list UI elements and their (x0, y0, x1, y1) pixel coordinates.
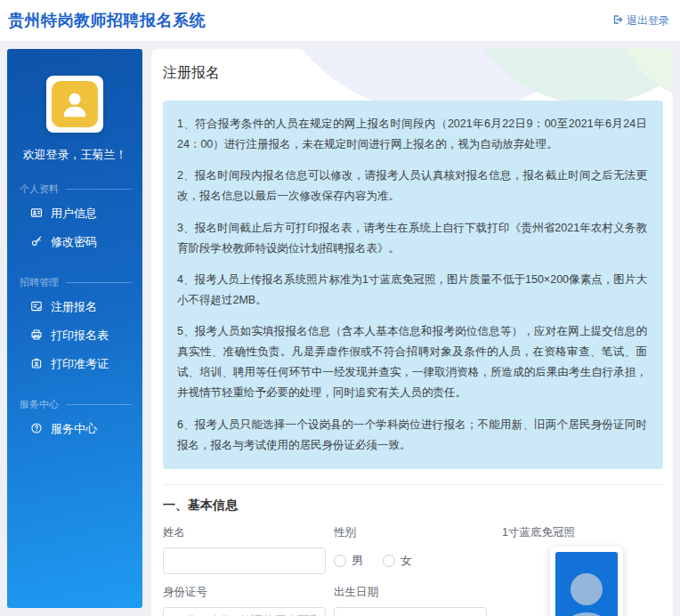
gender-female-label: 女 (401, 553, 412, 569)
notice-item-5: 5、报考人员如实填报报名信息（含本人基本信息和报考岗位信息等），应对在网上提交信… (177, 321, 647, 404)
birth-date-label: 出生日期 (334, 585, 487, 600)
basic-info-form: 姓名 性别 男 女 (163, 525, 663, 616)
question-circle-icon (30, 422, 43, 437)
id-number-label: 身份证号 (163, 585, 326, 600)
sidebar-item-label: 打印报名表 (51, 328, 109, 344)
sidebar-item-label: 用户信息 (51, 206, 97, 222)
notice-item-2: 2、报名时间段内报名信息可以修改，请报考人员认真核对报名信息，报名截止时间之后无… (177, 166, 647, 207)
notice-box: 1、符合报考条件的人员在规定的网上报名时间段内（2021年6月22日9：00至2… (163, 101, 663, 469)
field-gender: 性别 男 女 (334, 525, 487, 574)
sidebar-item-change-password[interactable]: 修改密码 (7, 228, 142, 256)
section-title-basic-info: 一、基本信息 (163, 498, 663, 514)
admission-badge-icon (30, 357, 43, 372)
printer-icon (30, 328, 43, 344)
field-birth-date: 出生日期 (334, 585, 487, 616)
photo-card: 更换 (550, 547, 623, 616)
sidebar-item-register[interactable]: 注册报名 (7, 293, 142, 321)
gender-label: 性别 (334, 525, 487, 540)
field-name: 姓名 (163, 525, 326, 574)
radio-circle-icon (383, 555, 395, 567)
logout-icon (612, 14, 623, 28)
sidebar-section-recruitment: 招聘管理 注册报名 打印报名表 打印准考证 (7, 276, 142, 378)
notice-item-4: 4、报考人员上传报名系统照片标准为1寸蓝底免冠照，图片质量不低于150×200像… (177, 270, 647, 311)
logout-label: 退出登录 (627, 13, 669, 28)
id-card-icon (30, 207, 43, 222)
photo-label: 1寸蓝底免冠照 (502, 525, 653, 540)
page-title: 注册报名 (163, 49, 663, 83)
name-input[interactable] (163, 547, 326, 574)
sidebar-section-label: 招聘管理 (7, 276, 142, 289)
radio-circle-icon (334, 555, 346, 567)
logout-button[interactable]: 退出登录 (612, 13, 669, 28)
sidebar-section-label: 服务中心 (7, 398, 142, 411)
notice-item-6: 6、报考人员只能选择一个设岗县的一个学科岗位进行报名；不能用新、旧两个居民身份证… (177, 415, 647, 456)
sidebar-item-service-center[interactable]: 服务中心 (7, 415, 142, 443)
section-divider (163, 484, 663, 485)
page-body: 欢迎登录，王菊兰！ 个人资料 用户信息 修改密码 招聘管理 (0, 41, 680, 616)
avatar (46, 76, 103, 133)
birth-date-input[interactable] (334, 607, 487, 616)
sidebar-item-print-form[interactable]: 打印报名表 (7, 321, 142, 350)
sidebar-section-label: 个人资料 (7, 182, 142, 196)
notice-item-1: 1、符合报考条件的人员在规定的网上报名时间段内（2021年6月22日9：00至2… (177, 114, 647, 155)
sidebar: 欢迎登录，王菊兰！ 个人资料 用户信息 修改密码 招聘管理 (7, 49, 142, 608)
register-form-icon (30, 300, 43, 315)
sidebar-section-profile: 个人资料 用户信息 修改密码 (7, 182, 142, 256)
key-icon (30, 235, 43, 250)
photo-preview: 更换 (555, 552, 618, 616)
sidebar-item-label: 打印准考证 (51, 356, 109, 372)
top-header: 贵州特岗教师招聘报名系统 退出登录 (0, 0, 680, 41)
notice-item-3: 3、报名时间截止后方可打印报名表，请考生在系统上自行下载打印《贵州省2021年农… (177, 218, 647, 259)
field-id-number: 身份证号 (163, 585, 326, 616)
gender-female-radio[interactable]: 女 (383, 553, 412, 569)
sidebar-item-label: 服务中心 (51, 421, 97, 437)
sidebar-item-label: 修改密码 (51, 234, 97, 250)
name-label: 姓名 (163, 525, 326, 540)
id-number-input[interactable] (163, 607, 326, 616)
photo-upload-area: 1寸蓝底免冠照 更换 (502, 525, 653, 616)
welcome-message: 欢迎登录，王菊兰！ (7, 147, 142, 163)
person-silhouette-icon (555, 557, 618, 616)
sidebar-section-service: 服务中心 服务中心 (7, 398, 142, 443)
sidebar-item-label: 注册报名 (51, 299, 97, 315)
app-title: 贵州特岗教师招聘报名系统 (8, 10, 206, 31)
sidebar-item-user-info[interactable]: 用户信息 (7, 199, 142, 228)
avatar-person-icon (52, 81, 98, 127)
gender-male-radio[interactable]: 男 (334, 553, 363, 569)
gender-male-label: 男 (352, 553, 363, 569)
sidebar-item-print-admission[interactable]: 打印准考证 (7, 350, 142, 378)
main-content-card: 注册报名 1、符合报考条件的人员在规定的网上报名时间段内（2021年6月22日9… (151, 49, 673, 616)
